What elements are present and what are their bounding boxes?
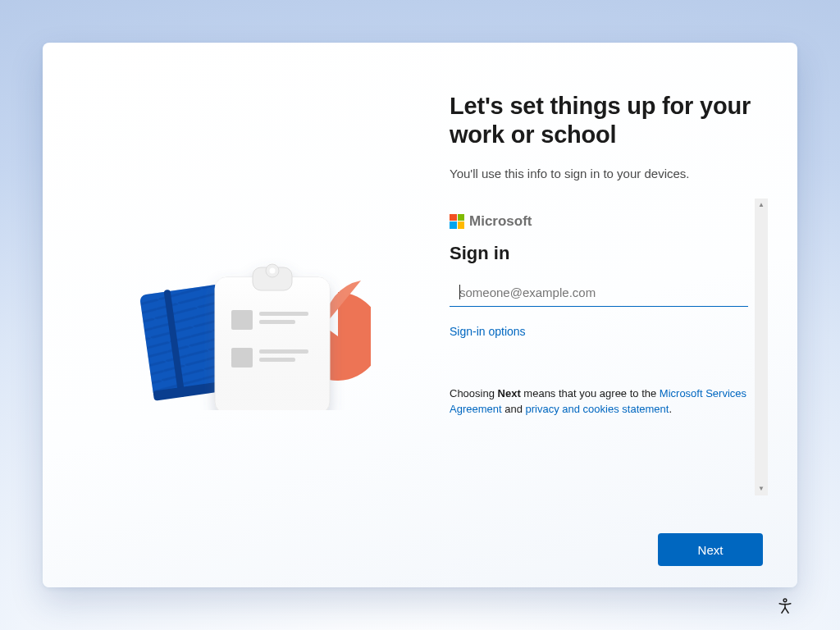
scrollbar[interactable]: ▲ ▼	[755, 199, 768, 495]
next-button[interactable]: Next	[658, 533, 763, 566]
legal-prefix: Choosing	[450, 387, 498, 399]
legal-suffix: .	[669, 403, 672, 415]
footer-actions: Next	[658, 533, 763, 566]
email-field-row	[450, 281, 748, 307]
svg-point-9	[270, 268, 276, 274]
microsoft-brand-text: Microsoft	[469, 213, 532, 230]
legal-bold: Next	[498, 387, 521, 399]
illustration-pane	[43, 43, 420, 587]
legal-and: and	[502, 403, 526, 415]
signin-frame: ▲ ▼ Microsoft Sign in Sign-in options Ch…	[450, 199, 763, 495]
form-pane: Let's set things up for your work or sch…	[420, 43, 797, 587]
svg-point-16	[783, 599, 787, 602]
text-caret	[459, 285, 460, 299]
svg-rect-10	[231, 310, 253, 330]
scroll-up-icon[interactable]: ▲	[755, 199, 768, 212]
accessibility-icon[interactable]	[776, 597, 794, 615]
legal-middle: means that you agree to the	[521, 387, 660, 399]
microsoft-brand: Microsoft	[450, 213, 748, 230]
svg-rect-15	[259, 358, 295, 362]
scroll-down-icon[interactable]: ▼	[755, 482, 768, 495]
privacy-statement-link[interactable]: privacy and cookies statement	[526, 403, 669, 415]
work-school-illustration	[92, 230, 371, 410]
svg-rect-14	[259, 349, 308, 354]
svg-rect-6	[215, 277, 330, 410]
svg-rect-11	[259, 312, 308, 316]
email-input[interactable]	[450, 281, 748, 307]
svg-rect-12	[259, 320, 295, 324]
microsoft-logo-icon	[450, 214, 464, 229]
legal-text: Choosing Next means that you agree to th…	[450, 386, 748, 418]
oobe-card: Let's set things up for your work or sch…	[43, 43, 797, 587]
svg-rect-13	[231, 348, 253, 368]
page-title: Let's set things up for your work or sch…	[450, 92, 763, 150]
signin-options-link[interactable]: Sign-in options	[450, 325, 526, 338]
signin-heading: Sign in	[450, 243, 748, 264]
page-subtitle: You'll use this info to sign in to your …	[450, 167, 763, 180]
